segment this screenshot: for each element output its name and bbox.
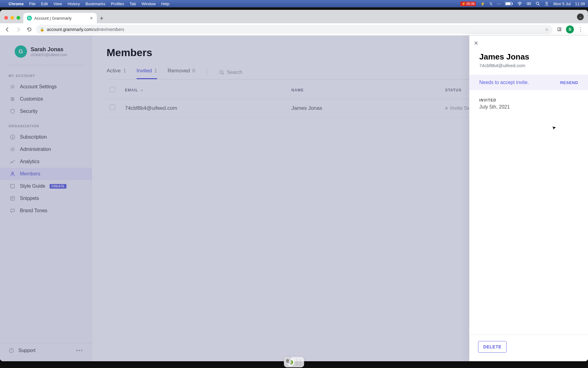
screen-record-indicator[interactable]: ⚡00:36 xyxy=(460,2,476,6)
dock-app-trash[interactable]: 🗑 xyxy=(284,357,291,364)
drawer-close-button[interactable]: ✕ xyxy=(474,40,478,47)
tab-overflow-button[interactable]: ⌄ xyxy=(577,13,584,20)
browser-tab[interactable]: G Account | Grammarly ✕ xyxy=(23,13,97,23)
svg-point-17 xyxy=(11,161,12,162)
col-email[interactable]: EMAIL xyxy=(125,88,292,92)
svg-point-18 xyxy=(12,162,13,163)
mac-menu-window[interactable]: Window xyxy=(141,2,156,6)
chrome-menu-button[interactable]: ⋮ xyxy=(576,25,585,34)
sidebar-item-label: Members xyxy=(20,171,40,177)
mac-menu-profiles[interactable]: Profiles xyxy=(111,2,124,6)
sidebar-item-members[interactable]: Members xyxy=(0,168,92,180)
sidebar-item-security[interactable]: Security xyxy=(0,105,92,117)
svg-line-7 xyxy=(538,4,540,6)
sidebar-user[interactable]: G Sarah Jonas cf24dc51@uifeed.com xyxy=(7,45,84,65)
users-icon[interactable] xyxy=(544,2,549,6)
resend-invite-button[interactable]: RESEND xyxy=(560,80,578,85)
dock-separator xyxy=(300,359,300,366)
col-name[interactable]: NAME xyxy=(292,88,445,92)
search-placeholder: Search xyxy=(227,70,243,75)
tab-close-icon[interactable]: ✕ xyxy=(90,16,93,21)
invite-notice: Needs to accept invite. RESEND xyxy=(469,75,588,90)
menubar-x-icon[interactable]: 𝕏 xyxy=(489,2,492,6)
svg-rect-21 xyxy=(11,197,15,200)
mac-menu-tab[interactable]: Tab xyxy=(130,2,136,6)
sidebar-item-customize[interactable]: Customize xyxy=(0,93,92,105)
select-all-checkbox[interactable] xyxy=(110,87,115,92)
mac-menu-history[interactable]: History xyxy=(67,2,80,6)
window-controls xyxy=(4,16,20,20)
help-icon: ? xyxy=(9,348,14,353)
sidebar-item-style-guide[interactable]: Style GuideCREATE xyxy=(0,180,92,192)
tab-invited[interactable]: Invited1 xyxy=(137,65,157,79)
window-minimize-button[interactable] xyxy=(10,16,14,20)
drawer-member-name: James Jonas xyxy=(479,52,578,62)
address-bar[interactable]: 🔒 account.grammarly.com/admin/members ☆ xyxy=(36,25,552,34)
mac-menu-edit[interactable]: Edit xyxy=(41,2,48,6)
svg-point-15 xyxy=(12,148,13,150)
bookmark-star-icon[interactable]: ☆ xyxy=(545,27,549,32)
gear-icon xyxy=(9,84,16,90)
window-fullscreen-button[interactable] xyxy=(17,16,20,20)
spotlight-icon[interactable] xyxy=(536,2,540,6)
tab-removed[interactable]: Removed0 xyxy=(168,65,195,79)
more-icon[interactable]: ••• xyxy=(76,348,83,353)
delete-member-button[interactable]: DELETE xyxy=(478,341,507,353)
tab-title: Account | Grammarly xyxy=(34,16,72,21)
mac-menu-bookmarks[interactable]: Bookmarks xyxy=(85,2,105,6)
sidebar-item-snippets[interactable]: Snippets xyxy=(0,192,92,205)
user-icon xyxy=(9,171,16,177)
mac-app-name[interactable]: Chrome xyxy=(9,2,24,6)
row-checkbox[interactable] xyxy=(110,105,115,110)
row-name: James Jonas xyxy=(292,105,445,111)
nav-back-button[interactable] xyxy=(3,25,12,34)
battery-status-icon[interactable] xyxy=(505,2,513,6)
svg-point-8 xyxy=(546,2,547,4)
svg-point-24 xyxy=(220,71,223,74)
svg-point-19 xyxy=(14,160,15,160)
gear-icon xyxy=(9,147,16,152)
mac-date[interactable]: Mon 5 Jul xyxy=(553,2,571,6)
invited-label: INVITED xyxy=(479,98,578,102)
sidebar-item-analytics[interactable]: Analytics xyxy=(0,155,92,168)
mac-time[interactable]: 11:39 xyxy=(575,2,585,6)
sidebar-item-label: Brand Tones xyxy=(20,208,47,213)
sidebar-item-brand-tones[interactable]: Brand Tones xyxy=(0,205,92,217)
shield-icon xyxy=(9,109,16,114)
mac-menu-help[interactable]: Help xyxy=(161,2,170,6)
svg-text:$: $ xyxy=(12,136,13,139)
sidebar-support[interactable]: ?Support ••• xyxy=(0,343,92,358)
chat-icon xyxy=(9,208,16,213)
sliders-icon xyxy=(9,96,16,102)
tab-favicon-icon: G xyxy=(27,16,32,21)
analytics-icon xyxy=(9,159,16,164)
menubar-dots-icon[interactable]: ⋯ xyxy=(497,2,501,6)
status-dot-icon xyxy=(445,107,448,109)
menubar-bolt-icon[interactable]: ⚡ xyxy=(480,2,485,6)
nav-reload-button[interactable] xyxy=(25,25,34,34)
sidebar-item-label: Account Settings xyxy=(20,84,57,90)
search-icon xyxy=(219,70,224,75)
new-tab-button[interactable]: + xyxy=(100,15,104,21)
window-close-button[interactable] xyxy=(4,16,8,20)
sidebar-section-organization: ORGANIZATION xyxy=(0,124,92,131)
invite-notice-text: Needs to accept invite. xyxy=(479,80,529,85)
sidebar-item-account-settings[interactable]: Account Settings xyxy=(0,81,92,93)
sidebar-item-administration[interactable]: Administration xyxy=(0,143,92,155)
app-sidebar: G Sarah Jonas cf24dc51@uifeed.com MY ACC… xyxy=(0,36,92,361)
wifi-icon[interactable] xyxy=(517,2,522,6)
sidebar-item-label: Analytics xyxy=(20,159,40,164)
mac-menu-file[interactable]: File xyxy=(29,2,36,6)
sidebar-user-name: Sarah Jonas xyxy=(31,46,67,53)
nav-forward-button[interactable] xyxy=(14,25,23,34)
tab-active[interactable]: Active1 xyxy=(107,65,126,79)
chrome-profile-avatar[interactable]: S xyxy=(566,25,574,33)
mac-menu-view[interactable]: View xyxy=(53,2,62,6)
sidebar-item-label: Subscription xyxy=(20,134,47,140)
member-search[interactable]: Search xyxy=(219,70,243,75)
control-center-icon[interactable] xyxy=(526,2,531,6)
sidebar-item-subscription[interactable]: $Subscription xyxy=(0,131,92,143)
sidebar-item-label: Administration xyxy=(20,147,51,152)
sidebar-user-email: cf24dc51@uifeed.com xyxy=(31,53,67,57)
extensions-button[interactable] xyxy=(555,25,564,34)
